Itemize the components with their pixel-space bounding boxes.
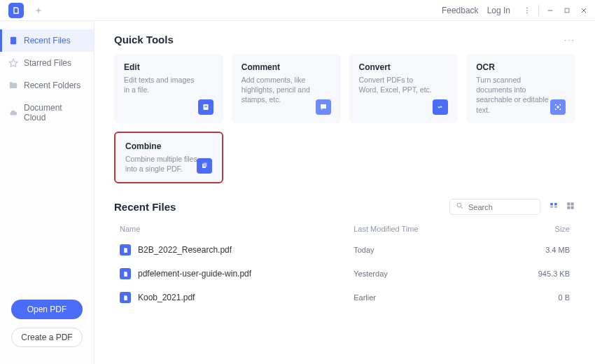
quick-tools-grid: Edit Edit texts and images in a file. Co… — [114, 54, 575, 183]
tool-combine[interactable]: Combine Combine multiple files into a si… — [114, 132, 223, 183]
convert-icon — [433, 99, 448, 115]
file-size: 945.3 KB — [521, 270, 570, 278]
tool-title: Combine — [125, 141, 212, 151]
col-name: Name — [120, 225, 354, 233]
pdf-file-icon — [120, 292, 131, 303]
view-grid-icon[interactable] — [566, 201, 575, 213]
app-logo — [8, 3, 24, 18]
svg-point-0 — [526, 7, 528, 8]
svg-rect-19 — [567, 206, 570, 209]
tool-desc: Convert PDFs to Word, Excel, PPT, etc. — [359, 75, 433, 94]
close-button[interactable] — [575, 4, 592, 18]
sidebar-item-recent-files[interactable]: Recent Files — [0, 29, 94, 52]
file-name: pdfelement-user-guide-win.pdf — [138, 269, 251, 279]
more-icon[interactable]: ··· — [564, 35, 575, 45]
quick-tools-heading: Quick Tools — [114, 34, 174, 46]
tool-convert[interactable]: Convert Convert PDFs to Word, Excel, PPT… — [349, 54, 458, 123]
svg-rect-7 — [204, 106, 207, 106]
maximize-button[interactable] — [559, 4, 575, 18]
sidebar-item-label: Document Cloud — [24, 103, 85, 122]
file-icon — [8, 36, 18, 46]
file-table-header: Name Last Modified Time Size — [114, 220, 575, 238]
svg-rect-9 — [557, 106, 559, 108]
view-list-icon[interactable] — [549, 201, 559, 213]
tool-title: Edit — [124, 62, 214, 72]
col-time: Last Modified Time — [354, 225, 521, 233]
tool-title: Comment — [241, 62, 331, 72]
comment-icon — [316, 99, 331, 115]
svg-rect-11 — [203, 163, 206, 167]
recent-files-heading: Recent Files — [114, 201, 176, 213]
file-size: 0 B — [521, 293, 570, 302]
file-row[interactable]: Koob_2021.pdf Earlier 0 B — [114, 286, 575, 309]
combine-icon — [197, 158, 212, 174]
edit-icon — [198, 99, 214, 115]
sidebar-item-recent-folders[interactable]: Recent Folders — [0, 74, 94, 97]
pdf-file-icon — [120, 244, 131, 255]
svg-rect-14 — [554, 203, 557, 206]
col-size: Size — [521, 225, 570, 233]
feedback-link[interactable]: Feedback — [442, 6, 479, 15]
tool-desc: Combine multiple files into a single PDF… — [125, 154, 199, 174]
view-toggle — [549, 201, 575, 213]
svg-rect-20 — [571, 206, 574, 209]
file-row[interactable]: B2B_2022_Research.pdf Today 3.4 MB — [114, 238, 575, 262]
folder-icon — [8, 80, 18, 90]
window-controls — [519, 4, 592, 18]
tool-title: OCR — [476, 62, 566, 72]
sidebar-item-starred-files[interactable]: Starred Files — [0, 52, 94, 74]
svg-rect-16 — [554, 206, 557, 207]
file-name: Koob_2021.pdf — [138, 293, 195, 302]
tool-desc: Edit texts and images in a file. — [124, 75, 197, 94]
svg-rect-17 — [567, 202, 570, 205]
sidebar: Recent Files Starred Files Recent Folder… — [0, 21, 94, 364]
search-icon — [456, 202, 464, 212]
svg-rect-15 — [550, 206, 553, 207]
sidebar-item-label: Recent Files — [24, 36, 71, 46]
tool-title: Convert — [359, 62, 449, 72]
svg-point-1 — [526, 10, 528, 11]
file-size: 3.4 MB — [521, 246, 570, 254]
file-name: B2B_2022_Research.pdf — [138, 245, 232, 255]
minimize-button[interactable] — [542, 4, 559, 18]
ocr-icon — [550, 99, 566, 115]
svg-rect-4 — [10, 37, 16, 45]
svg-rect-3 — [565, 8, 569, 13]
svg-rect-18 — [571, 202, 574, 205]
cloud-icon — [8, 108, 18, 118]
star-icon — [8, 58, 18, 68]
svg-rect-13 — [550, 203, 553, 206]
sidebar-item-document-cloud[interactable]: Document Cloud — [0, 97, 94, 129]
tool-desc: Add comments, like highlights, pencil an… — [241, 75, 315, 105]
svg-marker-5 — [9, 59, 18, 66]
pdf-file-icon — [120, 268, 131, 279]
file-time: Today — [354, 246, 521, 254]
tool-edit[interactable]: Edit Edit texts and images in a file. — [114, 54, 223, 123]
tool-ocr[interactable]: OCR Turn scanned documents into searchab… — [466, 54, 575, 123]
new-tab-button[interactable] — [32, 4, 45, 17]
login-link[interactable]: Log In — [487, 6, 510, 15]
svg-point-2 — [526, 12, 528, 13]
sidebar-item-label: Starred Files — [24, 58, 71, 68]
sidebar-item-label: Recent Folders — [24, 80, 80, 90]
file-time: Yesterday — [354, 270, 521, 278]
svg-point-12 — [457, 203, 461, 207]
titlebar: Feedback Log In — [0, 0, 595, 21]
kebab-menu-icon[interactable] — [519, 4, 536, 18]
file-row[interactable]: pdfelement-user-guide-win.pdf Yesterday … — [114, 262, 575, 286]
tool-desc: Turn scanned documents into searchable o… — [476, 75, 550, 115]
tool-comment[interactable]: Comment Add comments, like highlights, p… — [232, 54, 341, 123]
search-input[interactable] — [468, 203, 534, 211]
main-content: Quick Tools ··· Edit Edit texts and imag… — [94, 21, 595, 364]
search-box[interactable] — [449, 199, 540, 215]
open-pdf-button[interactable]: Open PDF — [11, 300, 83, 319]
create-pdf-button[interactable]: Create a PDF — [11, 328, 83, 347]
file-time: Earlier — [354, 293, 521, 302]
svg-rect-8 — [204, 106, 207, 107]
